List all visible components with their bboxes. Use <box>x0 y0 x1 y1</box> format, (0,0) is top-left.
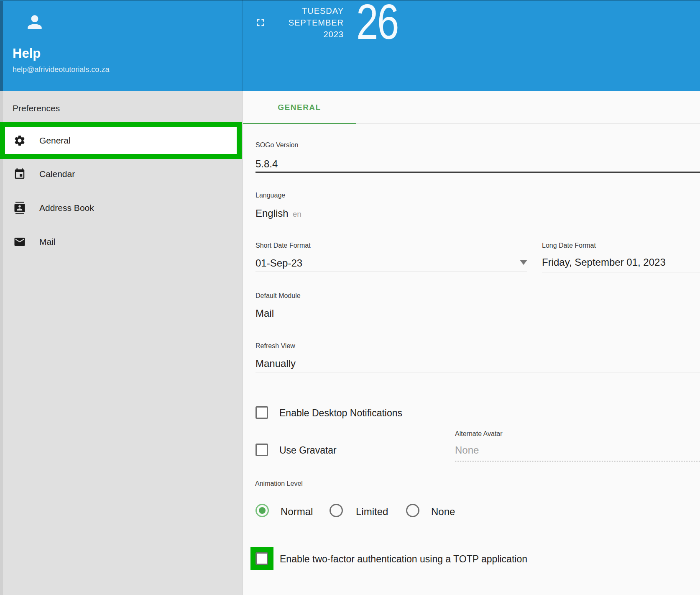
contacts-icon <box>13 202 26 214</box>
date-year: 2023 <box>234 28 344 40</box>
preferences-sidebar: Preferences General Calendar Address Boo… <box>0 91 243 595</box>
animation-level-label: Animation Level <box>255 480 303 487</box>
sogo-version-value: 5.8.4 <box>255 158 278 170</box>
language-underline <box>255 222 700 222</box>
alternate-avatar-underline <box>455 461 700 462</box>
desktop-notifications-label: Enable Desktop Notifications <box>279 408 402 419</box>
long-date-underline <box>542 272 700 272</box>
alternate-avatar-label: Alternate Avatar <box>455 430 503 438</box>
default-module-select[interactable]: Mail <box>255 308 274 319</box>
sidebar-item-mail[interactable]: Mail <box>0 229 243 255</box>
animation-normal-label: Normal <box>281 506 313 518</box>
short-date-format-label: Short Date Format <box>255 242 311 249</box>
current-date: TUESDAY SEPTEMBER 2023 <box>234 5 344 40</box>
user-avatar-icon <box>24 12 45 33</box>
window-edge <box>0 1 3 91</box>
totp-label: Enable two-factor authentication using a… <box>280 554 527 565</box>
sidebar-item-calendar[interactable]: Calendar <box>0 161 243 187</box>
sidebar-title: Preferences <box>13 103 60 113</box>
tab-bar: GENERAL <box>243 91 700 124</box>
general-preferences-panel: GENERAL SOGo Version 5.8.4 Language Engl… <box>243 91 700 595</box>
date-weekday: TUESDAY <box>234 5 344 17</box>
app-header: Help help@afrivideotutorials.co.za TUESD… <box>0 0 700 91</box>
calendar-icon <box>13 168 26 180</box>
animation-none-radio[interactable] <box>406 504 419 517</box>
language-label: Language <box>255 192 285 199</box>
sidebar-item-label: Calendar <box>39 169 75 179</box>
animation-limited-label: Limited <box>356 506 388 518</box>
desktop-notifications-checkbox[interactable] <box>255 406 268 419</box>
highlight-annotation-totp <box>250 547 273 570</box>
window-edge <box>0 91 3 595</box>
sidebar-item-address-book[interactable]: Address Book <box>0 195 243 221</box>
chevron-down-icon[interactable] <box>520 260 527 265</box>
short-date-format-select[interactable]: 01-Sep-23 <box>255 257 302 269</box>
refresh-view-label: Refresh View <box>255 342 295 350</box>
alternate-avatar-value: None <box>455 444 479 456</box>
sogo-version-label: SOGo Version <box>255 141 298 149</box>
totp-checkbox[interactable] <box>255 552 268 565</box>
use-gravatar-label: Use Gravatar <box>279 445 337 456</box>
sidebar-item-label: Address Book <box>39 203 94 213</box>
language-field[interactable]: Englishen <box>255 208 301 219</box>
sidebar-item-label: Mail <box>39 237 56 247</box>
date-day-number: 26 <box>356 0 398 50</box>
animation-limited-radio[interactable] <box>330 504 343 517</box>
default-module-underline <box>255 322 700 322</box>
refresh-view-underline <box>255 372 700 372</box>
user-email: help@afrivideotutorials.co.za <box>13 65 109 74</box>
active-tab-indicator <box>243 123 356 124</box>
animation-none-label: None <box>431 506 455 518</box>
mail-icon <box>13 236 26 248</box>
sidebar-item-general[interactable]: General <box>0 128 243 154</box>
long-date-format-label: Long Date Format <box>542 242 596 249</box>
use-gravatar-checkbox[interactable] <box>255 444 268 456</box>
refresh-view-select[interactable]: Manually <box>255 358 296 369</box>
long-date-format-value[interactable]: Friday, September 01, 2023 <box>542 256 666 268</box>
short-date-underline <box>255 272 527 272</box>
user-name: Help <box>13 46 41 61</box>
sogo-version-underline <box>255 172 700 173</box>
default-module-label: Default Module <box>255 292 301 300</box>
language-code: en <box>293 210 301 218</box>
gear-icon <box>13 134 26 147</box>
animation-normal-radio[interactable] <box>255 504 269 517</box>
sidebar-item-label: General <box>39 136 71 146</box>
date-month: SEPTEMBER <box>234 17 344 28</box>
tab-general[interactable]: GENERAL <box>243 91 356 124</box>
